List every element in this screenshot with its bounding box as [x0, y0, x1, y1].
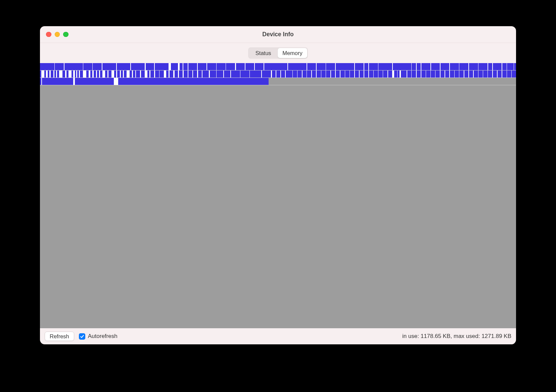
memory-row: [40, 70, 516, 78]
memory-stats: in use: 1178.65 KB, max used: 1271.89 KB: [402, 333, 511, 340]
tab-bar: Status Memory: [40, 43, 516, 63]
autorefresh-checkbox[interactable]: Autorefresh: [79, 333, 118, 340]
refresh-button[interactable]: Refresh: [45, 332, 74, 341]
window-title: Device Info: [40, 31, 516, 38]
tab-status[interactable]: Status: [249, 48, 278, 58]
close-icon[interactable]: [46, 32, 51, 37]
footer: Refresh Autorefresh in use: 1178.65 KB, …: [40, 328, 516, 344]
titlebar[interactable]: Device Info: [40, 26, 516, 43]
memory-row: [40, 63, 516, 70]
minimize-icon[interactable]: [55, 32, 60, 37]
device-info-window: Device Info Status Memory Refresh Autore…: [40, 26, 516, 344]
memory-row: [40, 78, 516, 85]
traffic-lights: [40, 32, 68, 37]
tab-memory[interactable]: Memory: [278, 48, 307, 58]
check-icon: [79, 333, 85, 340]
autorefresh-label: Autorefresh: [88, 333, 118, 340]
memory-map: [40, 63, 516, 328]
zoom-icon[interactable]: [63, 32, 68, 37]
segmented-control: Status Memory: [248, 47, 308, 59]
